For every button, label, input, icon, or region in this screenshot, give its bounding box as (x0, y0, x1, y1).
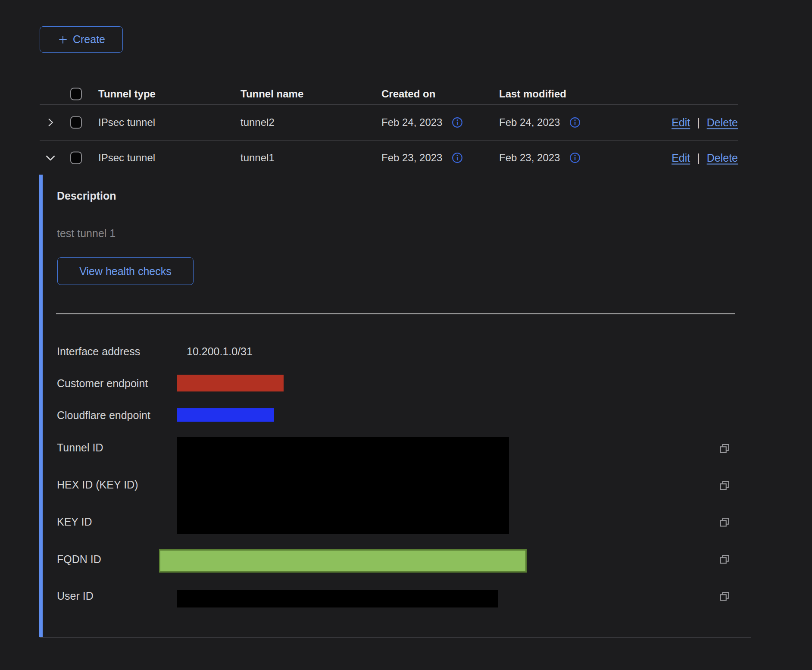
copy-icon[interactable] (718, 516, 731, 529)
row-checkbox[interactable] (70, 116, 82, 128)
created-on-value: Feb 23, 2023 (381, 152, 442, 164)
delete-link[interactable]: Delete (707, 116, 738, 128)
edit-link[interactable]: Edit (671, 152, 690, 164)
created-on-value: Feb 24, 2023 (381, 116, 442, 128)
table-row: IPsec tunnel tunnel1 Feb 23, 2023 Feb 23… (40, 140, 738, 175)
column-header-last-modified: Last modified (499, 88, 566, 100)
delete-link[interactable]: Delete (707, 152, 738, 164)
tunnel-name-cell: tunnel2 (240, 116, 275, 128)
cloudflare-endpoint-redaction (177, 408, 274, 422)
last-modified-cell: Feb 23, 2023 (499, 152, 581, 164)
tunnels-page: Create Tunnel type Tunnel name Created o… (0, 0, 812, 670)
copy-icon[interactable] (718, 590, 731, 603)
field-label-hex-id: HEX ID (KEY ID) (57, 478, 138, 491)
create-button[interactable]: Create (40, 26, 123, 53)
field-label-key-id: KEY ID (57, 515, 92, 528)
table-row: IPsec tunnel tunnel2 Feb 24, 2023 Feb 24… (40, 104, 738, 141)
tunnel-type-cell: IPsec tunnel (98, 116, 155, 128)
tunnel-ids-redaction (177, 437, 509, 534)
customer-endpoint-redaction (177, 375, 284, 391)
last-modified-value: Feb 24, 2023 (499, 116, 560, 128)
created-on-cell: Feb 24, 2023 (381, 116, 463, 128)
row-actions: Edit | Delete (671, 116, 738, 128)
column-header-tunnel-type: Tunnel type (98, 88, 156, 100)
table-header-row: Tunnel type Tunnel name Created on Last … (40, 83, 738, 105)
chevron-right-icon[interactable] (44, 116, 57, 129)
fqdn-id-redaction (159, 549, 527, 573)
last-modified-value: Feb 23, 2023 (499, 152, 560, 164)
last-modified-cell: Feb 24, 2023 (499, 116, 581, 128)
expanded-panel-accent-bar (39, 175, 43, 637)
info-icon[interactable] (569, 117, 581, 128)
copy-icon[interactable] (718, 479, 731, 492)
description-value: test tunnel 1 (57, 227, 116, 240)
plus-icon (57, 34, 69, 45)
field-label-customer-endpoint: Customer endpoint (57, 377, 148, 390)
copy-icon[interactable] (718, 553, 731, 566)
field-label-user-id: User ID (57, 589, 94, 602)
user-id-redaction (177, 590, 498, 607)
actions-separator: | (697, 152, 700, 164)
field-label-interface-address: Interface address (57, 345, 140, 358)
column-header-created-on: Created on (381, 88, 435, 100)
row-actions: Edit | Delete (671, 152, 738, 164)
view-health-checks-button[interactable]: View health checks (57, 257, 194, 285)
info-icon[interactable] (452, 152, 463, 163)
field-label-cloudflare-endpoint: Cloudflare endpoint (57, 409, 150, 422)
field-value-interface-address: 10.200.1.0/31 (187, 345, 253, 358)
tunnel-name-cell: tunnel1 (240, 152, 275, 164)
column-header-tunnel-name: Tunnel name (240, 88, 303, 100)
edit-link[interactable]: Edit (671, 116, 690, 128)
field-label-tunnel-id: Tunnel ID (57, 441, 103, 454)
panel-bottom-divider (40, 637, 751, 638)
created-on-cell: Feb 23, 2023 (381, 152, 463, 164)
tunnel-type-cell: IPsec tunnel (98, 152, 155, 164)
select-all-checkbox[interactable] (70, 88, 82, 100)
info-icon[interactable] (452, 117, 463, 128)
description-heading: Description (57, 190, 116, 202)
row-checkbox[interactable] (70, 152, 82, 164)
create-button-label: Create (73, 33, 105, 46)
view-health-checks-label: View health checks (79, 265, 172, 278)
panel-divider (56, 313, 735, 314)
actions-separator: | (697, 116, 700, 128)
chevron-down-icon[interactable] (44, 151, 57, 164)
copy-icon[interactable] (718, 442, 731, 455)
info-icon[interactable] (569, 152, 581, 163)
field-label-fqdn-id: FQDN ID (57, 553, 101, 566)
